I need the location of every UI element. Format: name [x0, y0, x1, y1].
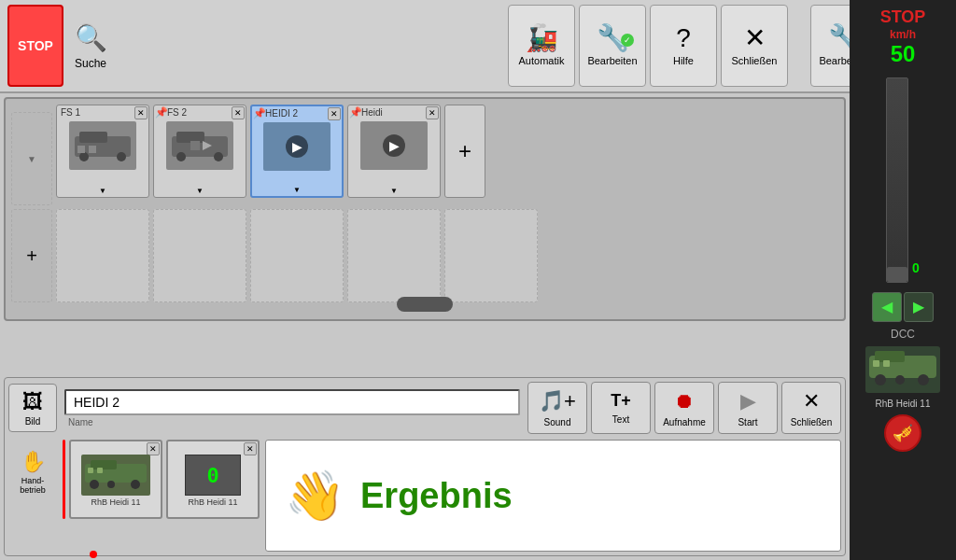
svg-point-2	[79, 152, 89, 161]
fs2-train-svg	[167, 122, 232, 169]
add-left-button[interactable]: ▼	[11, 112, 52, 205]
arrow-left-icon: ◀	[881, 298, 893, 315]
svg-point-16	[107, 481, 115, 488]
right-loco-name: RhB Heidi 11	[876, 399, 931, 409]
loco1-close-button[interactable]: ✕	[147, 442, 160, 455]
svg-rect-13	[91, 460, 117, 469]
bearbeiten-label: Bearbeiten	[587, 55, 637, 66]
schliessen-label: Schließen	[732, 55, 778, 66]
speed-unit: km/h	[880, 28, 926, 41]
handbetrieb-button[interactable]: ✋ Hand- betrieb	[8, 440, 57, 505]
grid-scrollbar[interactable]	[397, 297, 453, 312]
add-left2-button[interactable]: +	[11, 209, 52, 302]
handbetrieb-label: Hand- betrieb	[20, 476, 46, 495]
loco-card-heidi[interactable]: 📌 Heidi ✕ ▶ ▼	[347, 105, 441, 198]
speed-current-display: 0	[912, 260, 920, 275]
automatik-label: Automatik	[519, 55, 565, 66]
svg-point-23	[895, 375, 905, 385]
dir-right-button[interactable]: ▶	[904, 292, 934, 322]
stop-button[interactable]: STOP	[7, 5, 63, 87]
loco-card-fs2[interactable]: 📌 FS 2 ✕ ▼	[153, 105, 246, 198]
text-button[interactable]: T+ Text	[591, 382, 651, 434]
heidi-close-button[interactable]: ✕	[426, 106, 439, 119]
heidi-title: Heidi	[361, 107, 383, 118]
schliessen-editor-button[interactable]: ✕ Schließen	[781, 382, 841, 434]
schliessen-button[interactable]: ✕ Schließen	[721, 5, 788, 87]
right-loco-image	[865, 346, 940, 393]
svg-point-14	[90, 480, 99, 489]
speed-slider-area: 0	[886, 74, 920, 287]
sound-button[interactable]: 🎵+ Sound	[527, 382, 587, 434]
speed-number: 50	[880, 41, 926, 68]
right-loco-svg	[867, 348, 938, 391]
dir-left-button[interactable]: ◀	[872, 292, 902, 322]
bild-button[interactable]: 🖼 Bild	[8, 384, 57, 432]
add-card-button[interactable]: +	[444, 105, 485, 198]
svg-point-15	[131, 480, 140, 489]
heidi-pin-icon: 📌	[349, 106, 362, 119]
svg-rect-1	[79, 132, 107, 143]
bearbeiten-button[interactable]: 🔧 Bearbeiten ✓	[579, 5, 646, 87]
fs1-close-button[interactable]: ✕	[134, 106, 148, 119]
fs2-pin-icon: 📌	[155, 106, 168, 119]
loco-card-fs1[interactable]: FS 1 ✕ ▼	[56, 105, 149, 198]
heidi2-dropdown[interactable]: ▼	[293, 186, 301, 194]
empty-card-5	[444, 209, 538, 302]
train-icon: 🚂	[526, 25, 558, 51]
svg-rect-10	[190, 141, 200, 150]
speed-slider[interactable]	[886, 77, 908, 283]
fs1-thumb	[69, 121, 136, 170]
fs1-title: FS 1	[61, 107, 80, 118]
main-area: ▼ FS 1 ✕	[0, 93, 850, 560]
hand-icon: ✋	[21, 450, 46, 474]
start-label: Start	[738, 417, 757, 427]
speed-slider-indicator	[887, 267, 907, 282]
fs2-close-button[interactable]: ✕	[232, 106, 245, 119]
svg-point-22	[918, 374, 929, 385]
schliessen-editor-label: Schließen	[791, 417, 832, 427]
loco-card-heidi2[interactable]: 📌 HEIDI 2 ✕ ▶ ▼	[250, 105, 344, 198]
loco1-name-label: RhB Heidi 11	[91, 497, 140, 507]
red-bottom-indicator	[90, 551, 97, 558]
empty-card-1	[56, 209, 149, 302]
svg-rect-25	[883, 360, 890, 367]
loco2-counter: 0	[185, 455, 241, 496]
heidi-play-icon: ▶	[383, 134, 405, 157]
aufnahme-label: Aufnahme	[663, 417, 706, 427]
stop-text: STOP	[880, 7, 926, 28]
fs1-train-svg	[70, 122, 135, 169]
svg-rect-20	[875, 351, 905, 362]
empty-card-3	[250, 209, 344, 302]
automatik-button[interactable]: 🚂 Automatik	[508, 5, 575, 87]
dcc-label: DCC	[891, 328, 915, 341]
loco2-close-button[interactable]: ✕	[244, 442, 257, 455]
loco-item-1[interactable]: ✕ RhB Heidi 1	[69, 440, 162, 519]
fs2-dropdown[interactable]: ▼	[196, 187, 204, 195]
heidi2-close-button[interactable]: ✕	[328, 107, 341, 120]
name-input[interactable]	[64, 389, 520, 415]
stop-label: STOP	[18, 38, 53, 53]
aufnahme-button[interactable]: ⏺ Aufnahme	[654, 382, 714, 434]
bild-label: Bild	[25, 416, 41, 427]
horn-icon: 🎺	[893, 423, 913, 443]
right-panel: STOP km/h 50 0 ◀ ▶ DCC RhB	[850, 0, 956, 560]
red-indicator-bar	[63, 440, 65, 519]
loco-item-2[interactable]: ✕ 0 RhB Heidi 11	[166, 440, 260, 519]
svg-point-9	[214, 152, 223, 161]
top-toolbar: STOP 🔍 Suche 🚂 Automatik 🔧 Bearbeiten ✓ …	[0, 0, 956, 93]
suche-button[interactable]: 🔍 Suche	[67, 5, 114, 87]
sound-label: Sound	[544, 417, 571, 427]
start-button[interactable]: ▶ Start	[718, 382, 778, 434]
svg-point-3	[117, 152, 126, 161]
loco1-svg	[83, 456, 148, 494]
heidi-dropdown[interactable]: ▼	[390, 187, 398, 195]
fs1-dropdown[interactable]: ▼	[99, 187, 106, 195]
grid-area: ▼ FS 1 ✕	[4, 97, 846, 321]
empty-card-2	[153, 209, 246, 302]
heidi2-pin-icon: 📌	[253, 107, 266, 119]
heidi-thumb: ▶	[360, 121, 428, 170]
text-edit-icon: T+	[611, 391, 631, 411]
horn-button[interactable]: 🎺	[884, 414, 921, 452]
svg-point-21	[875, 374, 886, 385]
hilfe-button[interactable]: ? Hilfe	[650, 5, 717, 87]
